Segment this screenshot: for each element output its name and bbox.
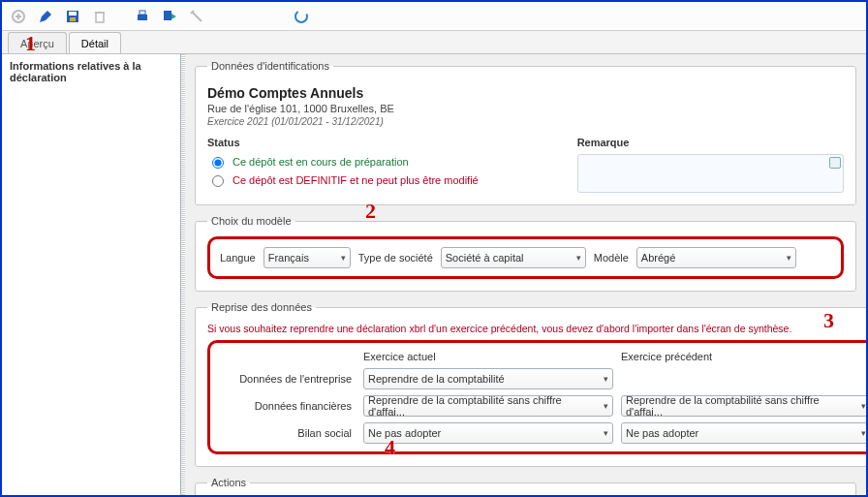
chevron-down-icon: ▾ [341, 253, 346, 263]
section-reprise: Reprise des données Si vous souhaitez re… [195, 301, 866, 467]
company-type-select[interactable]: Société à capital ▾ [441, 247, 586, 268]
chevron-down-icon: ▾ [861, 428, 866, 438]
row-label-financial: Données financières [220, 400, 356, 412]
tab-apercu[interactable]: Aperçu [8, 32, 67, 53]
col-header-current: Exercice actuel [363, 351, 613, 362]
add-icon-button[interactable] [8, 6, 29, 27]
svg-marker-12 [171, 14, 176, 19]
annotation-frame-2: Langue Français ▾ Type de société Sociét… [207, 236, 844, 279]
svg-rect-7 [96, 13, 104, 22]
language-select[interactable]: Français ▾ [264, 247, 351, 268]
status-opt-preparation[interactable]: Ce dépôt est en cours de préparation [207, 154, 539, 169]
export-icon-button[interactable] [159, 6, 180, 27]
content-area: Données d'identifications Démo Comptes A… [185, 54, 866, 495]
reprise-warning: Si vous souhaitez reprendre une déclarat… [207, 323, 866, 334]
status-label: Status [207, 137, 539, 148]
chevron-down-icon: ▾ [604, 401, 608, 411]
svg-rect-11 [164, 11, 171, 20]
svg-rect-10 [140, 11, 145, 15]
chevron-down-icon: ▾ [787, 253, 791, 263]
svg-rect-9 [138, 15, 147, 20]
model-legend: Choix du modèle [207, 215, 295, 227]
company-name: Démo Comptes Annuels [207, 85, 844, 101]
status-radio-preparation[interactable] [212, 157, 224, 169]
toolbar [2, 2, 866, 31]
edit-icon-button[interactable] [35, 6, 56, 27]
financial-current-select[interactable]: Reprendre de la comptabilité sans chiffr… [363, 395, 613, 417]
company-exercise: Exercice 2021 (01/01/2021 - 31/12/2021) [207, 116, 844, 127]
tab-strip: Aperçu Détail [2, 31, 866, 54]
section-identification: Données d'identifications Démo Comptes A… [195, 60, 856, 205]
svg-rect-5 [69, 12, 77, 16]
section-model: Choix du modèle Langue Français ▾ Type d… [195, 215, 856, 292]
status-opt-definitif[interactable]: Ce dépôt est DEFINITIF et ne peut plus ê… [207, 172, 539, 187]
company-address: Rue de l'église 101, 1000 Bruxelles, BE [207, 103, 844, 114]
spinner-icon [291, 6, 312, 27]
row-label-social: Bilan social [220, 427, 356, 439]
company-type-label: Type de société [358, 252, 433, 264]
model-select[interactable]: Abrégé ▾ [636, 247, 796, 268]
svg-marker-3 [40, 11, 51, 22]
annotation-frame-3: Exercice actuel Exercice précédent Donné… [207, 340, 866, 454]
print-icon-button[interactable] [132, 6, 153, 27]
model-label: Modèle [594, 252, 629, 264]
reprise-legend: Reprise des données [207, 301, 316, 313]
row-label-enterprise: Données de l'entreprise [220, 373, 356, 385]
financial-previous-select[interactable]: Reprendre de la comptabilité sans chiffr… [621, 395, 866, 417]
tool-icon-button[interactable] [186, 6, 207, 27]
col-header-previous: Exercice précédent [621, 351, 866, 362]
actions-legend: Actions [207, 477, 250, 488]
sidebar-item-declaration-info[interactable]: Informations relatives à la déclaration [10, 60, 172, 83]
social-previous-select[interactable]: Ne pas adopter▾ [621, 422, 866, 444]
delete-icon-button[interactable] [89, 6, 110, 27]
language-label: Langue [220, 252, 256, 264]
svg-point-13 [295, 11, 307, 22]
enterprise-current-select[interactable]: Reprendre de la comptabilité▾ [363, 368, 613, 389]
save-icon-button[interactable] [62, 6, 83, 27]
chevron-down-icon: ▾ [861, 401, 866, 411]
remark-input[interactable] [577, 154, 844, 193]
status-radio-definitif[interactable] [212, 175, 224, 187]
remark-label: Remarque [577, 137, 844, 148]
chevron-down-icon: ▾ [576, 253, 581, 263]
section-actions: Actions Créer la déclaration [195, 477, 856, 495]
chevron-down-icon: ▾ [604, 374, 608, 384]
chevron-down-icon: ▾ [604, 428, 608, 438]
social-current-select[interactable]: Ne pas adopter▾ [363, 422, 613, 444]
identification-legend: Données d'identifications [207, 60, 333, 72]
svg-rect-6 [70, 17, 76, 21]
tab-detail[interactable]: Détail [69, 32, 121, 53]
sidebar: Informations relatives à la déclaration [2, 54, 181, 495]
